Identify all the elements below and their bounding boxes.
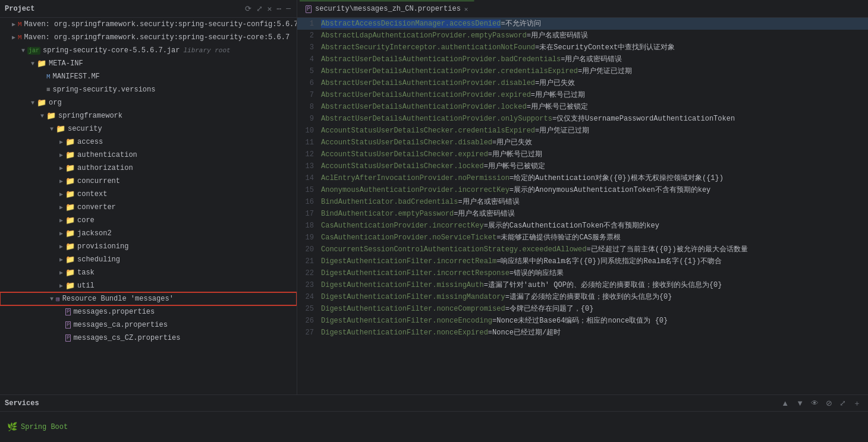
tree-item-authorization[interactable]: 📁 authorization xyxy=(0,162,297,175)
property-value: 给定的Authentication对象({0})根本无权操控领域对象({1}) xyxy=(514,174,724,182)
meta-inf-label: META-INF xyxy=(49,59,83,68)
tree-item-org[interactable]: 📁 org xyxy=(0,96,297,109)
props-icon-messages-ca: P xyxy=(65,321,71,329)
tree-item-meta-inf[interactable]: 📁 META-INF xyxy=(0,57,297,70)
tree-item-converter[interactable]: 📁 converter xyxy=(0,201,297,214)
property-key: AnonymousAuthenticationProvider.incorrec… xyxy=(321,186,510,194)
line-number: 26 xyxy=(297,315,321,327)
org-label: org xyxy=(49,99,62,107)
tree-item-jar[interactable]: jar spring-security-core-5.5.6.7.jar lib… xyxy=(0,44,297,57)
line-content: BindAuthenticator.emptyPassword=用户名或密码错误 xyxy=(321,208,868,220)
equals-sign: = xyxy=(505,293,510,301)
property-key: ConcurrentSessionControlAuthenticationSt… xyxy=(321,245,586,254)
line-content: AclEntryAfterInvocationProvider.noPermis… xyxy=(321,172,868,184)
property-value: 展示的CasAuthenticationToken不含有预期的key xyxy=(488,222,659,230)
refresh-icon[interactable]: ⟳ xyxy=(244,3,253,15)
add-button[interactable]: ＋ xyxy=(851,397,863,410)
line-content: AccountStatusUserDetailsChecker.disabled… xyxy=(321,137,868,149)
property-value: 未在SecurityContext中查找到认证对象 xyxy=(539,43,675,52)
tree-item-concurrent[interactable]: 📁 concurrent xyxy=(0,175,297,188)
maven-icon: M xyxy=(18,21,22,28)
line-content: AbstractUserDetailsAuthenticationProvide… xyxy=(321,89,868,101)
tree-item-authentication[interactable]: 📁 authentication xyxy=(0,149,297,162)
line-content: DigestAuthenticationFilter.incorrectResp… xyxy=(321,267,868,279)
property-key: DigestAuthenticationFilter.incorrectReal… xyxy=(321,257,496,266)
equals-sign: = xyxy=(510,186,514,194)
arrow-authentication xyxy=(57,151,65,159)
filter-button[interactable]: ⊘ xyxy=(823,397,835,409)
line-content: DigestAuthenticationFilter.incorrectReal… xyxy=(321,255,868,267)
line-content: DigestAuthenticationFilter.nonceCompromi… xyxy=(321,303,868,315)
services-title: Services xyxy=(5,399,39,408)
tree-item-provisioning[interactable]: 📁 provisioning xyxy=(0,240,297,253)
tree-item-maven2[interactable]: M Maven: org.springframework.security:sp… xyxy=(0,31,297,44)
line-number: 24 xyxy=(297,291,321,303)
tree-item-security[interactable]: 📁 security xyxy=(0,122,297,135)
collapse-down-button[interactable]: ▼ xyxy=(794,397,806,409)
tree-item-task[interactable]: 📁 task xyxy=(0,266,297,279)
arrow-util xyxy=(57,282,65,289)
property-value: 用户名或密码错误 xyxy=(531,31,588,40)
concurrent-label: concurrent xyxy=(77,177,120,185)
tree-item-jackson2[interactable]: 📁 jackson2 xyxy=(0,227,297,240)
arrow-task xyxy=(57,269,65,276)
tree-item-core[interactable]: 📁 core xyxy=(0,214,297,227)
more-icon[interactable]: ⋯ xyxy=(275,3,282,15)
property-value: 用户名或密码错误 xyxy=(458,210,515,218)
arrow-meta-inf xyxy=(29,61,37,67)
eye-button[interactable]: 👁 xyxy=(809,397,821,409)
equals-sign: = xyxy=(484,222,488,230)
close-icon[interactable]: ✕ xyxy=(266,3,273,15)
tree-item-messages-ca[interactable]: P messages_ca.properties xyxy=(0,318,297,332)
property-key: AbstractLdapAuthenticationProvider.empty… xyxy=(321,31,527,40)
editor-tab-active[interactable]: P security\messages_zh_CN.properties ✕ xyxy=(300,1,474,17)
property-key: CasAuthenticationProvider.incorrectKey xyxy=(321,222,484,230)
code-editor[interactable]: 1AbstractAccessDecisionManager.accessDen… xyxy=(297,18,868,394)
line-content: AbstractAccessDecisionManager.accessDeni… xyxy=(321,18,868,30)
tree-item-messages-props[interactable]: P messages.properties xyxy=(0,305,297,318)
authorization-label: authorization xyxy=(77,164,133,172)
tree-item-access[interactable]: 📁 access xyxy=(0,135,297,149)
spring-boot-item[interactable]: 🌿 Spring Boot xyxy=(5,421,70,433)
tab-close-button[interactable]: ✕ xyxy=(464,5,468,13)
expand-icon[interactable]: ⤢ xyxy=(255,3,264,15)
line-content: CasAuthenticationProvider.noServiceTicke… xyxy=(321,232,868,244)
tree-item-scheduling[interactable]: 📁 scheduling xyxy=(0,253,297,266)
line-content: AbstractUserDetailsAuthenticationProvide… xyxy=(321,53,868,65)
line-content: DigestAuthenticationFilter.nonceExpired=… xyxy=(321,327,868,339)
code-line: 9AbstractUserDetailsAuthenticationProvid… xyxy=(297,113,868,125)
tree-item-versions[interactable]: ≡ spring-security.versions xyxy=(0,83,297,96)
property-value: 用户凭证已过期 xyxy=(582,67,632,75)
extract-button[interactable]: ⤢ xyxy=(837,397,848,409)
code-line: 2AbstractLdapAuthenticationProvider.empt… xyxy=(297,30,868,42)
equals-sign: = xyxy=(586,245,590,254)
property-key: CasAuthenticationProvider.noServiceTicke… xyxy=(321,233,496,242)
folder-icon-concurrent: 📁 xyxy=(65,176,75,186)
tree-item-bundle[interactable]: ⊞ Resource Bundle 'messages' xyxy=(0,292,297,305)
line-number: 2 xyxy=(297,30,321,42)
expand-up-button[interactable]: ▲ xyxy=(779,397,791,409)
code-line: 18CasAuthenticationProvider.incorrectKey… xyxy=(297,220,868,232)
code-line: 17BindAuthenticator.emptyPassword=用户名或密码… xyxy=(297,208,868,220)
line-content: AbstractUserDetailsAuthenticationProvide… xyxy=(321,113,868,125)
property-value: 仅仅支持UsernamePasswordAuthenticationToken xyxy=(556,115,735,123)
tree-item-maven1[interactable]: M Maven: org.springframework.security:sp… xyxy=(0,18,297,31)
tree-item-springframework[interactable]: 📁 springframework xyxy=(0,109,297,122)
tree-item-messages-cs[interactable]: P messages_cs_CZ.properties xyxy=(0,332,297,345)
tree-item-manifest[interactable]: M MANIFEST.MF xyxy=(0,70,297,83)
line-number: 1 xyxy=(297,18,321,30)
property-value: Nonce已经过期/超时 xyxy=(492,329,561,337)
minimize-icon[interactable]: — xyxy=(285,3,292,15)
tree-item-context[interactable]: 📁 context xyxy=(0,188,297,201)
line-number: 22 xyxy=(297,267,321,279)
property-key: AbstractUserDetailsAuthenticationProvide… xyxy=(321,115,552,123)
folder-icon-meta-inf: 📁 xyxy=(37,59,46,68)
property-key: AbstractUserDetailsAuthenticationProvide… xyxy=(321,55,561,64)
spring-boot-icon: 🌿 xyxy=(7,422,17,432)
arrow-jackson2 xyxy=(57,230,65,237)
line-number: 3 xyxy=(297,42,321,53)
tree-item-util[interactable]: 📁 util xyxy=(0,279,297,292)
line-number: 27 xyxy=(297,327,321,339)
core-label: core xyxy=(77,216,95,225)
line-number: 25 xyxy=(297,303,321,315)
